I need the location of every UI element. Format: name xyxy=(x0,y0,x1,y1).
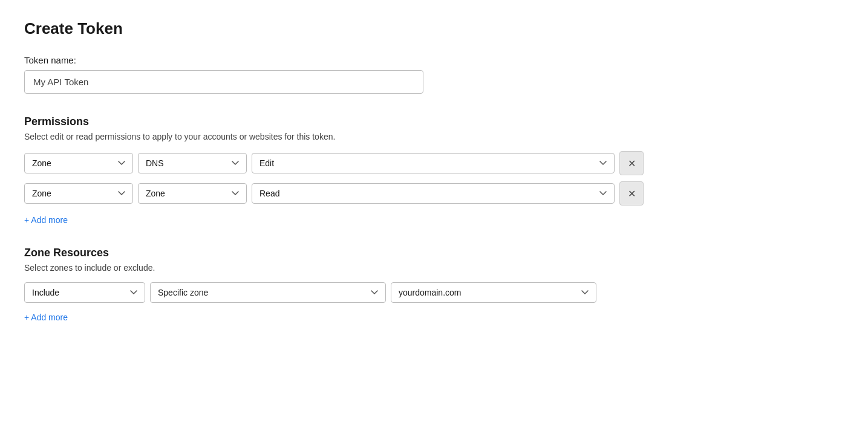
zone-type-select-1[interactable]: Specific zone All zones All zones from a… xyxy=(150,282,386,303)
permission-level-select-2[interactable]: Read Edit xyxy=(252,183,615,204)
add-more-zones-link[interactable]: + Add more xyxy=(24,312,68,322)
permission-category-select-2[interactable]: Zone Account xyxy=(24,183,133,204)
permission-resource-select-2[interactable]: Zone DNS SSL and Certificates Firewall S… xyxy=(138,183,247,204)
zone-domain-select-1[interactable]: yourdomain.com xyxy=(391,282,596,303)
permission-resource-select-1[interactable]: DNS Zone SSL and Certificates Firewall S… xyxy=(138,153,247,173)
token-name-section: Token name: xyxy=(24,55,844,94)
close-icon-1: ✕ xyxy=(628,158,636,169)
permission-category-select-1[interactable]: Zone Account xyxy=(24,153,133,173)
permission-row-1: Zone Account DNS Zone SSL and Certificat… xyxy=(24,151,844,175)
zone-resources-row-1: Include Exclude Specific zone All zones … xyxy=(24,282,844,303)
zone-include-select-1[interactable]: Include Exclude xyxy=(24,282,145,303)
permission-level-select-1[interactable]: Edit Read xyxy=(252,153,615,173)
remove-permission-2-button[interactable]: ✕ xyxy=(619,181,644,206)
remove-permission-1-button[interactable]: ✕ xyxy=(619,151,644,175)
token-name-input[interactable] xyxy=(24,70,423,94)
permissions-description: Select edit or read permissions to apply… xyxy=(24,132,844,141)
close-icon-2: ✕ xyxy=(628,188,636,199)
add-more-permissions-link[interactable]: + Add more xyxy=(24,215,68,225)
zone-resources-section: Zone Resources Select zones to include o… xyxy=(24,247,844,322)
token-name-label: Token name: xyxy=(24,55,844,65)
permission-row-2: Zone Account Zone DNS SSL and Certificat… xyxy=(24,181,844,206)
zone-resources-title: Zone Resources xyxy=(24,247,844,259)
permissions-section: Permissions Select edit or read permissi… xyxy=(24,115,844,225)
page-title: Create Token xyxy=(24,19,844,38)
permissions-title: Permissions xyxy=(24,115,844,128)
zone-resources-description: Select zones to include or exclude. xyxy=(24,263,844,273)
